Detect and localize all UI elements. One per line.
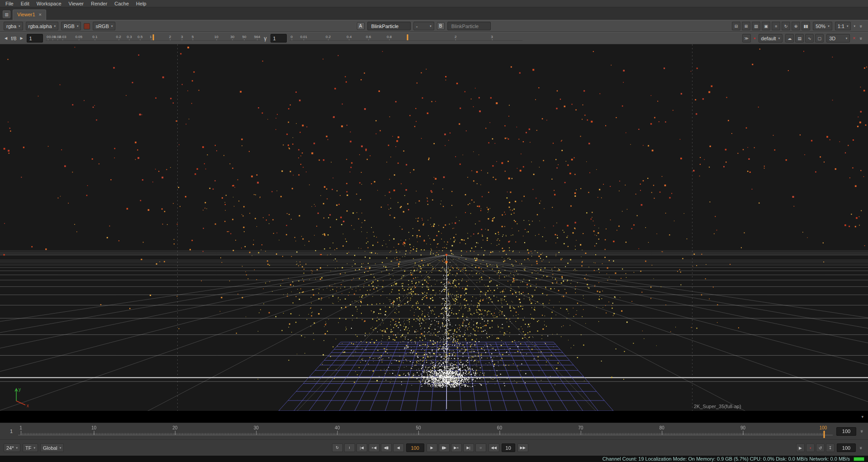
export-icon[interactable]: ↧ (826, 443, 835, 452)
pane-menu-icon[interactable]: ▥ (3, 10, 10, 18)
curve-icon[interactable]: ∿ (805, 34, 814, 43)
gamma-tick: 0.2 (326, 35, 331, 39)
timeline-format-dropdown[interactable]: TF▾ (23, 443, 38, 452)
fstop-increase-icon[interactable]: ▶ (19, 36, 24, 40)
range-mode-dropdown[interactable]: Global▾ (40, 443, 64, 452)
toolbar-collapse-icon[interactable]: » (859, 35, 864, 42)
tab-viewer1[interactable]: Viewer1 × (13, 10, 46, 20)
jump-forward-button[interactable]: ▶▶ (517, 443, 528, 452)
step-back-button[interactable]: ◀▮ (381, 443, 392, 452)
prev-keyframe-button[interactable]: ×◀ (369, 443, 379, 452)
gain-field[interactable]: 1 (27, 34, 43, 43)
gamma-tick: 0.4 (346, 35, 351, 39)
tab-bar: ▥ Viewer1 × (0, 7, 868, 20)
play-forward-button[interactable]: ▶ (427, 443, 437, 452)
gamma-slider[interactable]: 00.010.20.40.60.823 (289, 33, 522, 43)
frame-increment-field[interactable]: 10 (502, 443, 515, 452)
channels-dropdown[interactable]: rgba▾ (4, 22, 23, 30)
sync-icon[interactable]: ↺ (816, 443, 825, 452)
menu-item[interactable]: Viewer (65, 1, 87, 6)
goto-start-button[interactable]: |◀ (356, 443, 367, 452)
chevron-down-icon: ▾ (846, 37, 848, 40)
gain-tick: 1 (150, 35, 152, 39)
layer-dropdown[interactable]: rgba.alpha▾ (26, 22, 59, 30)
chevron-down-icon: ▾ (54, 24, 56, 28)
jump-back-button[interactable]: ◀◀ (489, 443, 499, 452)
monitor-output-icon[interactable]: ▣ (762, 22, 770, 30)
gain-slider-handle[interactable] (153, 34, 154, 40)
menu-item[interactable]: Edit (17, 1, 33, 6)
viewer-toolbar: rgba▾ rgba.alpha▾ RGB▾ sRGB▾ A BlinkPart… (0, 20, 868, 32)
pause-icon[interactable]: ▮▮ (802, 22, 810, 30)
input-a-button[interactable]: A (357, 22, 365, 30)
max-frame-field[interactable]: 100 (837, 443, 856, 452)
scanline-icon[interactable]: ≡ (772, 22, 780, 30)
split-vertical-icon[interactable]: ⊞ (742, 22, 750, 30)
gain-tick: 0 (47, 35, 48, 39)
wipe-dropdown[interactable]: default▾ (759, 34, 783, 43)
gamma-tick: 0.8 (387, 35, 392, 39)
menu-item[interactable]: Cache (111, 1, 133, 6)
viewport-canvas[interactable] (0, 44, 868, 411)
close-viewer-icon[interactable]: × (853, 36, 855, 41)
in-marker-button[interactable]: I (344, 443, 355, 452)
gamma-slider-handle[interactable] (407, 34, 408, 40)
status-text: Channel Count: 19 Localization Mode: On … (602, 456, 850, 462)
input-b-value[interactable]: BlinkParticle (447, 22, 491, 30)
menu-item[interactable]: Render (87, 1, 111, 6)
gain-tick: 3 (181, 35, 183, 39)
split-horizontal-icon[interactable]: ⊟ (732, 22, 740, 30)
tab-close-icon[interactable]: × (39, 12, 42, 20)
ab-mode-dropdown[interactable]: -▾ (413, 22, 434, 30)
viewer-display-icons: ⊟⊞▨▣≡↻⊕▮▮ (732, 22, 810, 30)
fstop-decrease-icon[interactable]: ◀ (4, 36, 8, 40)
roi-indicator-icon[interactable]: ● (754, 36, 756, 40)
goto-end-button[interactable]: ▶| (463, 443, 474, 452)
gain-tick: 564 (254, 35, 260, 39)
refresh-icon[interactable]: ↻ (782, 22, 790, 30)
roi-box-icon[interactable]: ▢ (815, 34, 824, 43)
transport-collapse-icon[interactable]: » (859, 445, 864, 451)
toolbar-collapse-icon[interactable]: » (859, 23, 864, 29)
gain-slider[interactable]: 00.010.020.030.050.10.20.30.512351030505… (46, 33, 261, 43)
input-b-button[interactable]: B (437, 22, 445, 30)
menu-item[interactable]: File (2, 1, 17, 6)
input-a-value[interactable]: BlinkParticle (367, 22, 411, 30)
viewer-menu-caret-icon[interactable]: ▾ (854, 24, 855, 28)
viewer-3d-viewport[interactable]: 2K_Super_35(full-ap) (0, 44, 868, 411)
play-backward-button[interactable]: ◀ (393, 443, 404, 452)
proxy-dropdown[interactable]: 1:1▾ (835, 22, 851, 30)
chevron-down-icon: ▾ (77, 24, 79, 28)
format-label: 2K_Super_35(full-ap) (694, 404, 741, 409)
flipbook-icon[interactable]: ▶ (796, 443, 805, 452)
gamma-tick: 0.01 (300, 35, 308, 39)
timeline-ruler[interactable] (17, 424, 834, 439)
timeline-end-field[interactable]: 100 (836, 427, 856, 436)
view-mode-dropdown[interactable]: 3D▾ (826, 34, 850, 43)
colorspace-dropdown[interactable]: sRGB▾ (93, 22, 115, 30)
next-keyframe-button[interactable]: ▶× (451, 443, 462, 452)
zoom-dropdown[interactable]: 50%▾ (813, 22, 832, 30)
chevron-down-icon[interactable]: ▾ (861, 414, 863, 419)
render-icon[interactable]: ▪ (806, 443, 815, 452)
menu-item[interactable]: Workspace (33, 1, 65, 6)
timeline-collapse-icon[interactable]: » (859, 428, 865, 434)
gamma-label: γ (263, 35, 268, 42)
gain-tick: 10 (214, 35, 218, 39)
checkerboard-icon[interactable]: ▨ (752, 22, 760, 30)
playback-mode-button[interactable]: ↻ (332, 443, 343, 452)
current-frame-field[interactable]: 100 (406, 443, 424, 452)
fps-dropdown[interactable]: 24*▾ (4, 443, 20, 452)
timeline-start-label[interactable]: 1 (3, 429, 14, 434)
loop-button[interactable]: ○ (475, 443, 486, 452)
step-forward-button[interactable]: ▮▶ (439, 443, 450, 452)
input-process-icon[interactable]: ≫ (742, 34, 751, 43)
gain-tick: 5 (192, 35, 194, 39)
stack-icon[interactable]: ▤ (795, 34, 804, 43)
background-color-swatch[interactable] (84, 23, 90, 29)
gamma-field[interactable]: 1 (270, 34, 287, 43)
menu-item[interactable]: Help (133, 1, 150, 6)
cloud-cache-icon[interactable]: ☁ (785, 34, 794, 43)
display-channel-dropdown[interactable]: RGB▾ (61, 22, 81, 30)
crosshair-icon[interactable]: ⊕ (792, 22, 800, 30)
